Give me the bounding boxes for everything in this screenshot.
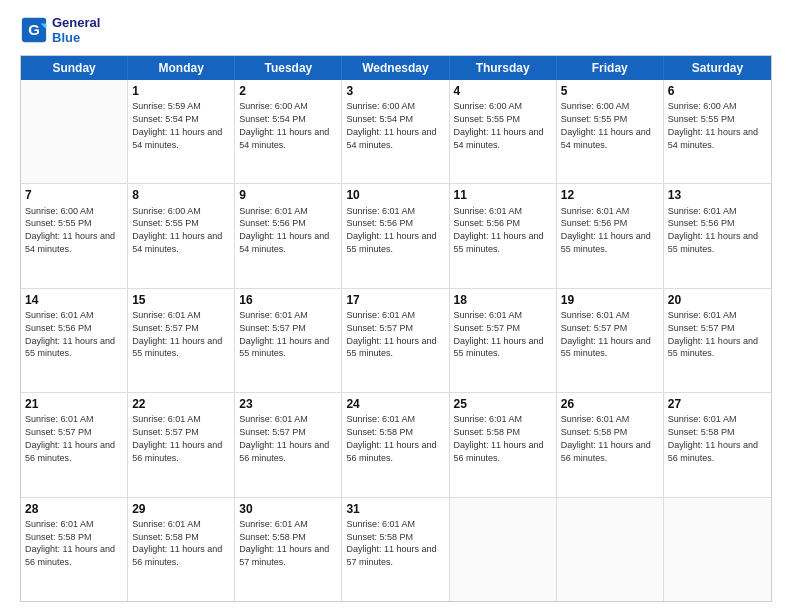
calendar-page: G General Blue SundayMondayTuesdayWednes… bbox=[0, 0, 792, 612]
daylight-text: Daylight: 11 hours and 56 minutes. bbox=[132, 440, 222, 463]
day-number: 19 bbox=[561, 292, 659, 308]
calendar-day-11: 11Sunrise: 6:01 AMSunset: 5:56 PMDayligh… bbox=[450, 184, 557, 287]
day-number: 17 bbox=[346, 292, 444, 308]
sunset-text: Sunset: 5:58 PM bbox=[668, 427, 735, 437]
calendar-body: 1Sunrise: 5:59 AMSunset: 5:54 PMDaylight… bbox=[21, 80, 771, 601]
sunrise-text: Sunrise: 6:01 AM bbox=[132, 519, 201, 529]
sunrise-text: Sunrise: 6:00 AM bbox=[668, 101, 737, 111]
sunrise-text: Sunrise: 6:01 AM bbox=[668, 310, 737, 320]
calendar-day-4: 4Sunrise: 6:00 AMSunset: 5:55 PMDaylight… bbox=[450, 80, 557, 183]
sunrise-text: Sunrise: 5:59 AM bbox=[132, 101, 201, 111]
day-number: 2 bbox=[239, 83, 337, 99]
calendar-day-26: 26Sunrise: 6:01 AMSunset: 5:58 PMDayligh… bbox=[557, 393, 664, 496]
day-number: 29 bbox=[132, 501, 230, 517]
sunset-text: Sunset: 5:56 PM bbox=[668, 218, 735, 228]
calendar-day-13: 13Sunrise: 6:01 AMSunset: 5:56 PMDayligh… bbox=[664, 184, 771, 287]
daylight-text: Daylight: 11 hours and 55 minutes. bbox=[668, 336, 758, 359]
calendar-day-7: 7Sunrise: 6:00 AMSunset: 5:55 PMDaylight… bbox=[21, 184, 128, 287]
calendar-day-28: 28Sunrise: 6:01 AMSunset: 5:58 PMDayligh… bbox=[21, 498, 128, 601]
calendar-day-9: 9Sunrise: 6:01 AMSunset: 5:56 PMDaylight… bbox=[235, 184, 342, 287]
sunset-text: Sunset: 5:57 PM bbox=[454, 323, 521, 333]
sunset-text: Sunset: 5:56 PM bbox=[346, 218, 413, 228]
sunrise-text: Sunrise: 6:01 AM bbox=[239, 310, 308, 320]
sunrise-text: Sunrise: 6:01 AM bbox=[25, 310, 94, 320]
sunset-text: Sunset: 5:57 PM bbox=[668, 323, 735, 333]
sunset-text: Sunset: 5:57 PM bbox=[239, 323, 306, 333]
sunset-text: Sunset: 5:55 PM bbox=[25, 218, 92, 228]
weekday-header-tuesday: Tuesday bbox=[235, 56, 342, 80]
calendar-day-12: 12Sunrise: 6:01 AMSunset: 5:56 PMDayligh… bbox=[557, 184, 664, 287]
sunrise-text: Sunrise: 6:01 AM bbox=[346, 310, 415, 320]
sunset-text: Sunset: 5:55 PM bbox=[454, 114, 521, 124]
day-number: 26 bbox=[561, 396, 659, 412]
calendar-day-15: 15Sunrise: 6:01 AMSunset: 5:57 PMDayligh… bbox=[128, 289, 235, 392]
daylight-text: Daylight: 11 hours and 57 minutes. bbox=[239, 544, 329, 567]
calendar-day-14: 14Sunrise: 6:01 AMSunset: 5:56 PMDayligh… bbox=[21, 289, 128, 392]
calendar-day-27: 27Sunrise: 6:01 AMSunset: 5:58 PMDayligh… bbox=[664, 393, 771, 496]
sunrise-text: Sunrise: 6:00 AM bbox=[132, 206, 201, 216]
calendar-header: SundayMondayTuesdayWednesdayThursdayFrid… bbox=[21, 56, 771, 80]
day-number: 7 bbox=[25, 187, 123, 203]
calendar-day-5: 5Sunrise: 6:00 AMSunset: 5:55 PMDaylight… bbox=[557, 80, 664, 183]
day-number: 13 bbox=[668, 187, 767, 203]
daylight-text: Daylight: 11 hours and 56 minutes. bbox=[561, 440, 651, 463]
sunset-text: Sunset: 5:57 PM bbox=[25, 427, 92, 437]
calendar-empty-cell bbox=[664, 498, 771, 601]
sunset-text: Sunset: 5:55 PM bbox=[132, 218, 199, 228]
daylight-text: Daylight: 11 hours and 54 minutes. bbox=[561, 127, 651, 150]
day-number: 12 bbox=[561, 187, 659, 203]
sunrise-text: Sunrise: 6:01 AM bbox=[668, 414, 737, 424]
calendar-week-3: 14Sunrise: 6:01 AMSunset: 5:56 PMDayligh… bbox=[21, 289, 771, 393]
calendar-day-30: 30Sunrise: 6:01 AMSunset: 5:58 PMDayligh… bbox=[235, 498, 342, 601]
daylight-text: Daylight: 11 hours and 54 minutes. bbox=[132, 127, 222, 150]
sunset-text: Sunset: 5:58 PM bbox=[25, 532, 92, 542]
sunrise-text: Sunrise: 6:01 AM bbox=[239, 206, 308, 216]
sunset-text: Sunset: 5:58 PM bbox=[132, 532, 199, 542]
sunset-text: Sunset: 5:58 PM bbox=[239, 532, 306, 542]
weekday-header-friday: Friday bbox=[557, 56, 664, 80]
sunset-text: Sunset: 5:56 PM bbox=[239, 218, 306, 228]
logo: G General Blue bbox=[20, 15, 100, 45]
calendar-day-10: 10Sunrise: 6:01 AMSunset: 5:56 PMDayligh… bbox=[342, 184, 449, 287]
calendar-day-20: 20Sunrise: 6:01 AMSunset: 5:57 PMDayligh… bbox=[664, 289, 771, 392]
weekday-header-wednesday: Wednesday bbox=[342, 56, 449, 80]
logo-text: General Blue bbox=[52, 15, 100, 45]
sunset-text: Sunset: 5:56 PM bbox=[25, 323, 92, 333]
sunrise-text: Sunrise: 6:01 AM bbox=[561, 310, 630, 320]
daylight-text: Daylight: 11 hours and 54 minutes. bbox=[132, 231, 222, 254]
sunrise-text: Sunrise: 6:01 AM bbox=[239, 414, 308, 424]
sunset-text: Sunset: 5:58 PM bbox=[561, 427, 628, 437]
calendar-day-29: 29Sunrise: 6:01 AMSunset: 5:58 PMDayligh… bbox=[128, 498, 235, 601]
sunset-text: Sunset: 5:57 PM bbox=[561, 323, 628, 333]
daylight-text: Daylight: 11 hours and 55 minutes. bbox=[454, 336, 544, 359]
sunrise-text: Sunrise: 6:01 AM bbox=[346, 206, 415, 216]
daylight-text: Daylight: 11 hours and 56 minutes. bbox=[25, 544, 115, 567]
sunrise-text: Sunrise: 6:01 AM bbox=[25, 414, 94, 424]
sunrise-text: Sunrise: 6:00 AM bbox=[239, 101, 308, 111]
daylight-text: Daylight: 11 hours and 55 minutes. bbox=[239, 336, 329, 359]
sunset-text: Sunset: 5:55 PM bbox=[561, 114, 628, 124]
calendar-day-8: 8Sunrise: 6:00 AMSunset: 5:55 PMDaylight… bbox=[128, 184, 235, 287]
daylight-text: Daylight: 11 hours and 56 minutes. bbox=[668, 440, 758, 463]
sunset-text: Sunset: 5:57 PM bbox=[132, 323, 199, 333]
day-number: 22 bbox=[132, 396, 230, 412]
day-number: 15 bbox=[132, 292, 230, 308]
calendar-day-24: 24Sunrise: 6:01 AMSunset: 5:58 PMDayligh… bbox=[342, 393, 449, 496]
day-number: 23 bbox=[239, 396, 337, 412]
calendar-day-25: 25Sunrise: 6:01 AMSunset: 5:58 PMDayligh… bbox=[450, 393, 557, 496]
day-number: 28 bbox=[25, 501, 123, 517]
daylight-text: Daylight: 11 hours and 55 minutes. bbox=[346, 336, 436, 359]
sunset-text: Sunset: 5:58 PM bbox=[346, 427, 413, 437]
daylight-text: Daylight: 11 hours and 54 minutes. bbox=[454, 127, 544, 150]
daylight-text: Daylight: 11 hours and 55 minutes. bbox=[454, 231, 544, 254]
calendar-day-23: 23Sunrise: 6:01 AMSunset: 5:57 PMDayligh… bbox=[235, 393, 342, 496]
daylight-text: Daylight: 11 hours and 57 minutes. bbox=[346, 544, 436, 567]
sunrise-text: Sunrise: 6:01 AM bbox=[346, 519, 415, 529]
calendar-week-5: 28Sunrise: 6:01 AMSunset: 5:58 PMDayligh… bbox=[21, 498, 771, 601]
day-number: 14 bbox=[25, 292, 123, 308]
day-number: 24 bbox=[346, 396, 444, 412]
calendar-empty-cell bbox=[21, 80, 128, 183]
daylight-text: Daylight: 11 hours and 55 minutes. bbox=[561, 231, 651, 254]
daylight-text: Daylight: 11 hours and 56 minutes. bbox=[454, 440, 544, 463]
weekday-header-sunday: Sunday bbox=[21, 56, 128, 80]
